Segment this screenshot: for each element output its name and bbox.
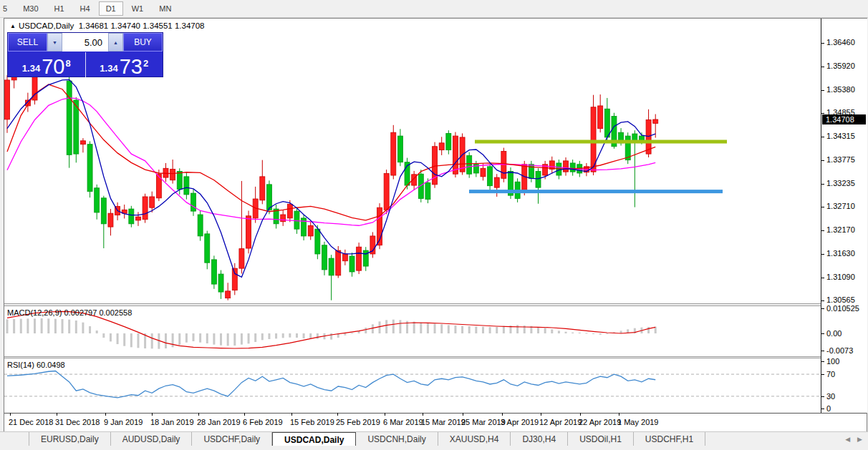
date-tick (385, 413, 385, 416)
date-tick (580, 413, 581, 416)
macd-histogram-bar (344, 333, 346, 336)
timeframe-button-M30[interactable]: M30 (16, 1, 45, 16)
candle-body (150, 197, 155, 207)
chart-tab-bar: EURUSD,DailyAUDUSD,DailyUSDCHF,DailyUSDC… (0, 431, 868, 446)
macd-histogram-bar (213, 333, 215, 345)
macd-histogram-bar (41, 318, 43, 333)
macd-histogram-bar (13, 319, 15, 333)
candle-body (239, 249, 244, 268)
timeframe-button-H4[interactable]: H4 (73, 1, 97, 16)
candle-body (397, 136, 402, 162)
timeframe-button-H1[interactable]: H1 (47, 1, 72, 16)
macd-histogram-bar (296, 333, 298, 338)
candle-body (266, 185, 271, 210)
volume-input[interactable] (62, 33, 108, 52)
date-tick (502, 413, 503, 416)
macd-histogram-bar (20, 319, 22, 333)
tab-USDCAD-Daily[interactable]: USDCAD,Daily (272, 432, 356, 446)
candle-body (260, 177, 265, 200)
price-axis-label: 1.32170 (826, 225, 855, 234)
candle-body (598, 106, 603, 129)
macd-histogram-bar (54, 319, 57, 333)
resistance-trendline[interactable] (475, 140, 727, 144)
macd-histogram-bar (427, 323, 429, 333)
price-axis-tick (821, 300, 824, 301)
candle-body (336, 250, 341, 275)
rsi-pane (4, 358, 821, 413)
buy-price-prefix: 1.34 (100, 62, 117, 76)
candle-body (391, 132, 396, 175)
candle-body (315, 229, 320, 254)
tab-AUDUSD-Daily[interactable]: AUDUSD,Daily (111, 432, 193, 446)
macd-histogram-bar (282, 333, 284, 338)
candle-body (80, 141, 85, 145)
time-axis[interactable]: 21 Dec 201831 Dec 20189 Jan 201918 Jan 2… (4, 414, 821, 430)
price-axis-label: 1.35920 (826, 62, 855, 70)
sell-button[interactable]: SELL (8, 33, 47, 52)
tab-XAUUSD-H4[interactable]: XAUUSD,H4 (438, 432, 511, 446)
macd-histogram-bar (565, 332, 567, 333)
macd-histogram-bar (6, 319, 9, 333)
macd-histogram-bar (551, 329, 553, 333)
sell-price-pip: 8 (65, 52, 70, 75)
macd-axis-label: 0.00 (826, 329, 842, 338)
candle-body (357, 247, 362, 270)
candle-body (108, 213, 113, 227)
candle-body (156, 174, 161, 198)
macd-axis-tick (821, 333, 824, 334)
date-label: 12 Apr 2019 (539, 418, 582, 426)
price-axis-tick (821, 43, 824, 44)
macd-histogram-bar (365, 328, 367, 333)
macd-axis-label: 0.010525 (826, 304, 859, 313)
macd-histogram-bar (537, 327, 539, 333)
macd-histogram-bar (503, 326, 505, 333)
price-axis-label: 1.36460 (826, 38, 855, 47)
rsi-indicator-label: RSI(14) 60.0498 (7, 361, 65, 369)
candle-body (342, 254, 347, 261)
macd-histogram-bar (96, 331, 98, 333)
date-label: 15 Mar 2019 (421, 418, 466, 426)
candle-body (184, 177, 189, 195)
volume-increase-button[interactable]: ▲ (108, 33, 123, 52)
timeframe-button-W1[interactable]: W1 (125, 1, 151, 16)
sell-price-display[interactable]: 1.34708 (8, 52, 86, 77)
status-strip (0, 446, 868, 450)
macd-histogram-bar (110, 333, 112, 341)
support-trendline[interactable] (469, 190, 723, 193)
tab-USDCHF-H1[interactable]: USDCHF,H1 (634, 432, 705, 446)
tab-USDCNH-Daily[interactable]: USDCNH,Daily (356, 432, 438, 446)
macd-histogram-bar (448, 325, 450, 333)
candle-body (570, 163, 575, 172)
timeframe-toolbar: 5M30H1H4D1W1MN (0, 0, 868, 18)
candle-body (653, 119, 658, 123)
candle-body (536, 172, 541, 188)
macd-histogram-bar (592, 333, 594, 334)
date-tick (337, 413, 338, 416)
tab-scroll-left-icon[interactable]: ◀ (845, 436, 850, 443)
timeframe-button-D1[interactable]: D1 (99, 1, 123, 16)
candle-body (564, 161, 569, 172)
macd-histogram-bar (117, 333, 119, 344)
tab-EURUSD-Daily[interactable]: EURUSD,Daily (29, 432, 111, 446)
tab-USDOil-H1[interactable]: USDOil,H1 (568, 432, 634, 446)
current-price-badge: 1.34708 (822, 114, 866, 124)
volume-decrease-button[interactable]: ▼ (47, 33, 62, 52)
rsi-axis-tick (821, 361, 824, 362)
tab-USDCHF-Daily[interactable]: USDCHF,Daily (192, 432, 272, 446)
tab-scroll-right-icon[interactable]: ▶ (857, 436, 862, 443)
macd-histogram-bar (193, 333, 195, 341)
price-axis[interactable]: 1.364601.359201.353801.348551.343151.337… (821, 19, 867, 413)
buy-price-display[interactable]: 1.34732 (86, 52, 163, 77)
candle-body (604, 109, 609, 137)
price-axis-tick (821, 160, 824, 161)
candle-body (205, 234, 210, 263)
macd-histogram-bar (34, 318, 36, 333)
timeframe-button-MN[interactable]: MN (152, 1, 178, 16)
macd-histogram-bar (468, 326, 471, 333)
rsi-axis-label: 0 (826, 404, 831, 413)
timeframe-button-5[interactable]: 5 (0, 1, 14, 16)
buy-button[interactable]: BUY (123, 33, 163, 52)
tab-DJ30-H4[interactable]: DJ30,H4 (511, 432, 568, 446)
date-tick (463, 413, 463, 416)
chart-window: ▲USDCAD,Daily 1.34681 1.34740 1.34551 1.… (4, 18, 867, 432)
